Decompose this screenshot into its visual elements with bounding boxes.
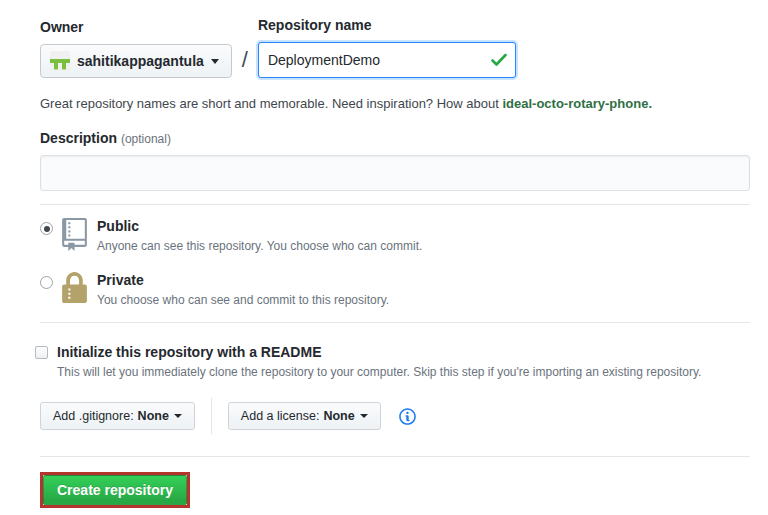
private-option-title: Private [97, 272, 389, 289]
chevron-down-icon [211, 59, 219, 64]
add-gitignore-button[interactable]: Add .gitignore: None [40, 402, 195, 430]
suggested-name-link[interactable]: ideal-octo-rotary-phone [502, 96, 648, 111]
divider [40, 204, 750, 205]
readme-desc: This will let you immediately clone the … [57, 365, 701, 379]
divider [40, 456, 750, 457]
private-option-desc: You choose who can see and commit to thi… [97, 293, 389, 307]
new-repository-form: Owner sahitikappagantula / Repository na… [0, 0, 768, 508]
repo-name-input[interactable] [258, 42, 516, 78]
repo-name-hint: Great repository names are short and mem… [40, 95, 750, 112]
hint-period: . [648, 96, 652, 111]
create-repository-button[interactable]: Create repository [43, 475, 187, 505]
owner-field: Owner sahitikappagantula [40, 18, 232, 78]
divider [40, 322, 750, 323]
description-label-text: Description [40, 130, 117, 146]
owner-dropdown[interactable]: sahitikappagantula [40, 44, 232, 78]
license-value: None [323, 409, 354, 423]
owner-label: Owner [40, 18, 232, 36]
description-input[interactable] [40, 155, 750, 191]
repo-book-icon [62, 218, 87, 251]
owner-repo-separator: / [232, 47, 258, 78]
visibility-option-public[interactable]: Public Anyone can see this repository. Y… [40, 218, 750, 253]
repo-name-field: Repository name [258, 16, 516, 78]
public-radio[interactable] [40, 222, 53, 235]
chevron-down-icon [360, 414, 368, 418]
create-row: Create repository [40, 472, 750, 508]
description-optional-text: (optional) [121, 132, 171, 146]
gitignore-prefix: Add .gitignore: [53, 409, 134, 423]
owner-repo-row: Owner sahitikappagantula / Repository na… [40, 16, 750, 78]
repo-name-label: Repository name [258, 16, 516, 34]
valid-check-icon [491, 54, 507, 67]
license-prefix: Add a license: [241, 409, 320, 423]
addons-row: Add .gitignore: None Add a license: None [40, 398, 750, 434]
vertical-divider [211, 398, 212, 434]
private-radio[interactable] [40, 276, 53, 289]
visibility-option-private[interactable]: Private You choose who can see and commi… [40, 272, 750, 307]
readme-option[interactable]: Initialize this repository with a README… [40, 344, 750, 379]
private-option-text: Private You choose who can see and commi… [97, 272, 389, 307]
annotation-highlight-box: Create repository [40, 472, 190, 508]
description-label: Description (optional) [40, 129, 750, 148]
info-icon[interactable] [398, 407, 417, 426]
gitignore-value: None [138, 409, 169, 423]
owner-avatar [50, 51, 70, 71]
public-option-title: Public [97, 218, 422, 235]
readme-title: Initialize this repository with a README [57, 344, 701, 361]
readme-checkbox[interactable] [35, 346, 48, 359]
description-field: Description (optional) [40, 129, 750, 191]
chevron-down-icon [174, 414, 182, 418]
public-option-text: Public Anyone can see this repository. Y… [97, 218, 422, 253]
add-license-button[interactable]: Add a license: None [228, 402, 381, 430]
public-option-desc: Anyone can see this repository. You choo… [97, 239, 422, 253]
owner-dropdown-label: sahitikappagantula [77, 53, 204, 69]
hint-text: Great repository names are short and mem… [40, 96, 502, 111]
readme-text: Initialize this repository with a README… [57, 344, 701, 379]
lock-icon [62, 272, 87, 305]
